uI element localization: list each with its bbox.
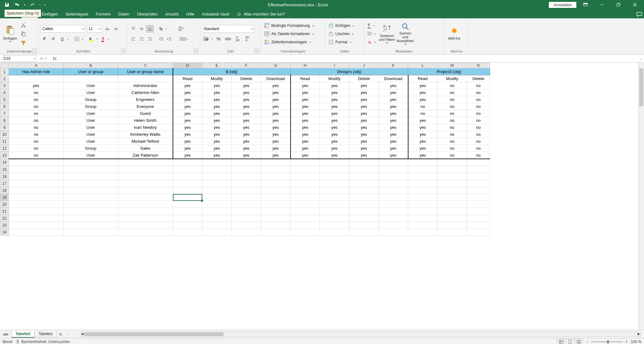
- row-header[interactable]: 6: [0, 103, 9, 110]
- table-cell[interactable]: Sales: [118, 145, 173, 152]
- find-select-button[interactable]: Suchen und Auswählen▾: [397, 22, 414, 46]
- table-cell[interactable]: [202, 159, 232, 166]
- table-cell[interactable]: [232, 180, 261, 187]
- table-cell[interactable]: yes: [173, 82, 202, 89]
- table-cell[interactable]: no: [467, 131, 490, 138]
- sheet-tab-inactive[interactable]: Tabelle1: [34, 331, 57, 337]
- row-header[interactable]: 11: [0, 138, 9, 145]
- table-cell[interactable]: yes: [408, 89, 438, 96]
- table-cell[interactable]: [291, 159, 320, 166]
- table-cell[interactable]: no: [467, 145, 490, 152]
- row-header[interactable]: 2: [0, 75, 9, 82]
- clear-button[interactable]: ▾: [366, 39, 377, 46]
- copy-button[interactable]: [20, 30, 27, 38]
- table-cell[interactable]: yes: [202, 117, 232, 124]
- table-cell[interactable]: [379, 201, 408, 208]
- row-header[interactable]: 22: [0, 215, 9, 222]
- tab-insert[interactable]: Einfügen: [38, 10, 62, 18]
- table-cell[interactable]: no: [408, 110, 438, 117]
- italic-button[interactable]: K: [50, 35, 57, 43]
- table-cell[interactable]: [291, 222, 320, 229]
- table-cell[interactable]: yes: [202, 110, 232, 117]
- wrap-text-button[interactable]: [177, 25, 187, 33]
- align-center-button[interactable]: [138, 35, 145, 43]
- table-cell[interactable]: yes: [173, 110, 202, 117]
- decrease-font-button[interactable]: A▾: [112, 25, 120, 33]
- table-cell[interactable]: [291, 180, 320, 187]
- font-name-combo[interactable]: ▾: [41, 25, 86, 33]
- align-bottom-button[interactable]: [146, 25, 154, 33]
- table-cell[interactable]: Delete: [349, 75, 379, 82]
- table-cell[interactable]: [349, 180, 379, 187]
- table-cell[interactable]: no: [438, 96, 467, 103]
- table-cell[interactable]: [349, 222, 379, 229]
- table-cell[interactable]: [9, 173, 64, 180]
- table-cell[interactable]: [173, 208, 202, 215]
- table-cell[interactable]: [349, 173, 379, 180]
- table-cell[interactable]: Delete: [232, 75, 261, 82]
- table-cell[interactable]: yes: [408, 117, 438, 124]
- table-cell[interactable]: [438, 201, 467, 208]
- table-cell[interactable]: yes: [261, 89, 291, 96]
- col-header[interactable]: B: [64, 63, 118, 68]
- table-cell[interactable]: [173, 229, 202, 236]
- row-header[interactable]: 7: [0, 110, 9, 117]
- row-header[interactable]: 10: [0, 131, 9, 138]
- percent-button[interactable]: %: [215, 35, 222, 43]
- table-cell[interactable]: [438, 173, 467, 180]
- table-cell[interactable]: yes: [379, 145, 408, 152]
- table-cell[interactable]: [202, 166, 232, 173]
- table-cell[interactable]: [173, 166, 202, 173]
- table-cell[interactable]: [467, 222, 490, 229]
- table-cell[interactable]: yes: [261, 117, 291, 124]
- table-cell[interactable]: yes: [261, 131, 291, 138]
- table-cell[interactable]: yes: [408, 82, 438, 89]
- table-cell[interactable]: yes: [349, 145, 379, 152]
- align-left-button[interactable]: [130, 35, 137, 43]
- table-cell[interactable]: [118, 173, 173, 180]
- table-cell[interactable]: User: [64, 82, 118, 89]
- fill-color-button[interactable]: [88, 35, 95, 43]
- table-cell[interactable]: no: [408, 103, 438, 110]
- table-cell[interactable]: [379, 229, 408, 236]
- table-cell[interactable]: [408, 208, 438, 215]
- table-cell[interactable]: yes: [232, 145, 261, 152]
- table-cell[interactable]: [320, 194, 349, 201]
- table-cell[interactable]: yes: [202, 152, 232, 159]
- table-cell[interactable]: [379, 180, 408, 187]
- table-cell[interactable]: no: [9, 145, 64, 152]
- col-header[interactable]: C: [118, 63, 173, 68]
- table-cell[interactable]: yes: [349, 82, 379, 89]
- conditional-formatting-button[interactable]: Bedingte Formatierung▾: [263, 22, 315, 29]
- table-cell[interactable]: [349, 194, 379, 201]
- maximize-button[interactable]: [611, 0, 626, 9]
- table-cell[interactable]: [291, 166, 320, 173]
- table-cell[interactable]: no: [9, 103, 64, 110]
- table-cell[interactable]: yes: [232, 89, 261, 96]
- row-header[interactable]: 24: [0, 229, 9, 236]
- table-cell[interactable]: User: [64, 152, 118, 159]
- table-cell[interactable]: yes: [291, 89, 320, 96]
- zoom-in-button[interactable]: +: [625, 340, 628, 344]
- table-cell[interactable]: [232, 229, 261, 236]
- tab-formulas[interactable]: Formeln: [92, 10, 115, 18]
- table-cell[interactable]: [9, 159, 64, 166]
- table-cell[interactable]: yes: [173, 96, 202, 103]
- table-cell[interactable]: no: [467, 124, 490, 131]
- table-cell[interactable]: no: [467, 138, 490, 145]
- table-cell[interactable]: yes: [379, 131, 408, 138]
- number-launcher[interactable]: ↘: [255, 49, 259, 53]
- table-cell[interactable]: Download: [379, 75, 408, 82]
- table-cell[interactable]: no: [438, 82, 467, 89]
- table-cell[interactable]: [118, 229, 173, 236]
- col-header[interactable]: G: [261, 63, 291, 68]
- row-header[interactable]: 15: [0, 166, 9, 173]
- table-cell[interactable]: [202, 173, 232, 180]
- format-as-table-button[interactable]: Als Tabelle formatieren▾: [263, 30, 315, 37]
- comma-button[interactable]: 000: [224, 35, 232, 43]
- table-cell[interactable]: yes: [232, 152, 261, 159]
- table-cell[interactable]: yes: [173, 89, 202, 96]
- addins-button[interactable]: Add-Ins: [446, 22, 463, 46]
- increase-font-button[interactable]: A▴: [103, 25, 111, 33]
- table-cell[interactable]: no: [438, 103, 467, 110]
